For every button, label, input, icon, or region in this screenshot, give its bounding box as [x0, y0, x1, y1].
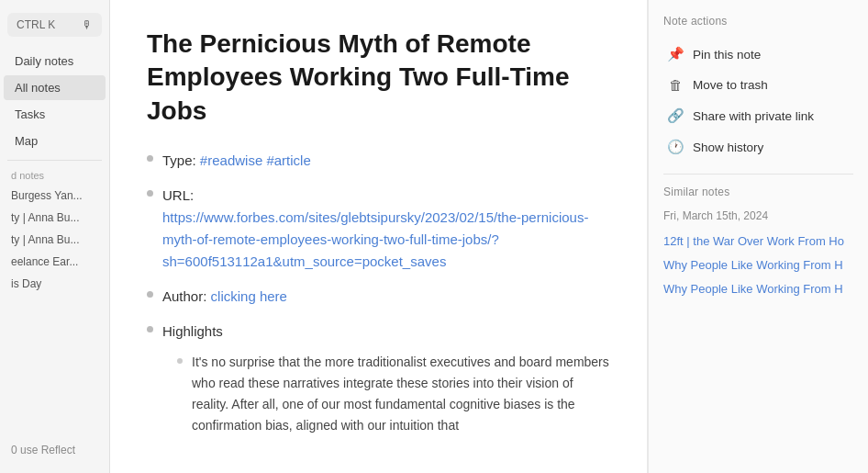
- pin-icon: 📌: [667, 46, 684, 62]
- sidebar: CTRL K 🎙 Daily notes All notes Tasks Map…: [0, 0, 110, 473]
- right-panel: Note actions 📌 Pin this note 🗑 Move to t…: [648, 0, 868, 473]
- type-tags[interactable]: #readwise #article: [200, 152, 311, 168]
- move-to-trash-label: Move to trash: [693, 78, 768, 92]
- url-field: URL: https://www.forbes.com/sites/glebts…: [162, 185, 610, 273]
- similar-note-item-2[interactable]: Why People Like Working From H: [663, 253, 853, 277]
- link-icon: 🔗: [667, 107, 684, 124]
- sub-bullet-icon: [177, 358, 183, 364]
- sidebar-nav: Daily notes All notes Tasks Map: [0, 48, 109, 154]
- author-field: Author: clicking here: [162, 286, 287, 308]
- sidebar-note-item[interactable]: eelance Ear...: [0, 251, 109, 273]
- type-field: Type: #readwise #article: [162, 150, 311, 172]
- sidebar-note-item[interactable]: Burgess Yan...: [0, 185, 109, 207]
- search-shortcut: CTRL K: [17, 18, 55, 31]
- sidebar-note-item[interactable]: is Day: [0, 273, 109, 295]
- move-to-trash-action[interactable]: 🗑 Move to trash: [663, 70, 853, 100]
- bullet-icon: [147, 155, 153, 162]
- sidebar-item-all-notes[interactable]: All notes: [4, 75, 106, 100]
- sidebar-note-item[interactable]: ty | Anna Bu...: [0, 229, 109, 251]
- share-link-action[interactable]: 🔗 Share with private link: [663, 100, 853, 131]
- similar-note-item-1[interactable]: 12ft | the War Over Work From Ho: [663, 230, 853, 253]
- sidebar-note-item[interactable]: ty | Anna Bu...: [0, 207, 109, 229]
- panel-divider: [663, 174, 853, 175]
- highlight-text: It's no surprise that the more tradition…: [192, 352, 610, 436]
- mic-icon[interactable]: 🎙: [82, 18, 93, 31]
- list-item-url: URL: https://www.forbes.com/sites/glebts…: [147, 185, 610, 273]
- content-list: Type: #readwise #article URL: https://ww…: [147, 150, 610, 436]
- bullet-icon: [147, 326, 153, 332]
- list-item-author: Author: clicking here: [147, 286, 610, 308]
- sidebar-item-daily-notes[interactable]: Daily notes: [4, 49, 106, 73]
- bullet-icon: [147, 291, 153, 298]
- highlights-label: Highlights: [162, 323, 223, 339]
- sidebar-divider: [7, 160, 102, 161]
- show-history-label: Show history: [693, 141, 763, 154]
- highlight-item: It's no surprise that the more tradition…: [162, 352, 610, 436]
- pin-note-action[interactable]: 📌 Pin this note: [663, 39, 853, 70]
- pin-note-label: Pin this note: [693, 48, 761, 62]
- sidebar-item-tasks[interactable]: Tasks: [4, 102, 106, 127]
- note-actions-title: Note actions: [663, 15, 853, 28]
- similar-note-date: Fri, March 15th, 2024: [663, 209, 853, 222]
- article-title: The Pernicious Myth of Remote Employees …: [147, 28, 610, 128]
- list-item-type: Type: #readwise #article: [147, 150, 610, 172]
- list-item-highlights: Highlights It's no surprise that the mor…: [147, 321, 610, 436]
- history-icon: 🕐: [667, 139, 684, 155]
- sidebar-section-label: d notes: [0, 166, 109, 185]
- sub-list: It's no surprise that the more tradition…: [162, 352, 610, 436]
- similar-notes-title: Similar notes: [663, 186, 853, 198]
- trash-icon: 🗑: [667, 77, 684, 93]
- sidebar-footer[interactable]: 0 use Reflect: [0, 436, 109, 464]
- share-link-label: Share with private link: [693, 109, 814, 123]
- bullet-icon: [147, 190, 153, 197]
- similar-note-item-3[interactable]: Why People Like Working From H: [663, 277, 853, 301]
- search-bar[interactable]: CTRL K 🎙: [7, 13, 102, 37]
- sidebar-item-map[interactable]: Map: [4, 129, 106, 153]
- author-link[interactable]: clicking here: [211, 288, 287, 304]
- show-history-action[interactable]: 🕐 Show history: [663, 131, 853, 163]
- main-content: The Pernicious Myth of Remote Employees …: [110, 0, 648, 473]
- article-url-link[interactable]: https://www.forbes.com/sites/glebtsipurs…: [162, 209, 588, 269]
